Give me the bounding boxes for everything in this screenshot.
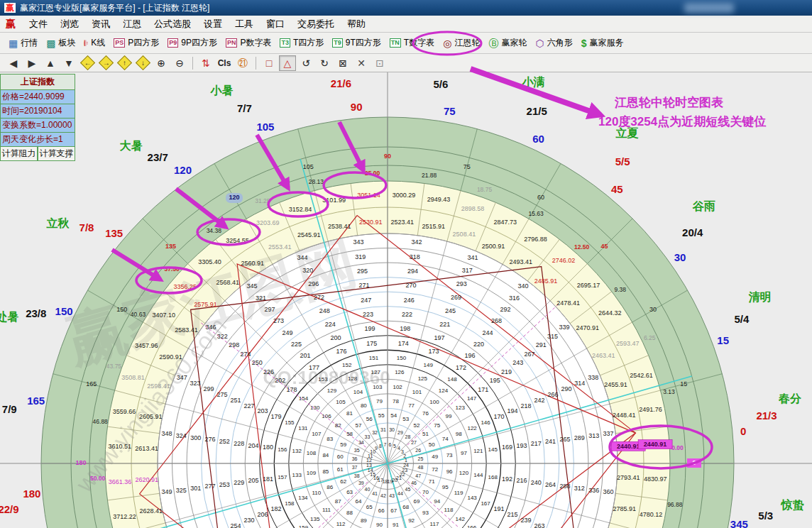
- menu-item-公式选股[interactable]: 公式选股: [148, 17, 197, 31]
- select-box-button[interactable]: ⊠: [334, 55, 351, 71]
- svg-text:40: 40: [365, 487, 371, 492]
- svg-text:15.63: 15.63: [528, 210, 544, 217]
- toolbar-button-P数字表[interactable]: PNP数字表: [221, 35, 276, 51]
- pan-right-button[interactable]: →: [97, 55, 114, 71]
- svg-text:26: 26: [415, 448, 421, 453]
- svg-text:0: 0: [740, 425, 746, 437]
- svg-text:45: 45: [611, 183, 623, 195]
- svg-text:85: 85: [322, 468, 329, 475]
- menu-item-窗口[interactable]: 窗口: [260, 17, 291, 31]
- svg-text:惊蛰: 惊蛰: [780, 498, 804, 512]
- svg-text:2508.41: 2508.41: [453, 231, 476, 238]
- triangle-tool-button[interactable]: △: [279, 55, 296, 71]
- toolbar-button-T数字表[interactable]: TNT数字表: [385, 35, 439, 51]
- menu-item-工具[interactable]: 工具: [229, 17, 260, 31]
- svg-text:169: 169: [502, 444, 512, 451]
- zoom-in-button[interactable]: ⊕: [153, 55, 170, 71]
- toolbar-button-江恩轮[interactable]: ◎江恩轮: [439, 35, 484, 51]
- svg-text:272: 272: [314, 294, 324, 301]
- svg-text:266: 266: [547, 391, 558, 398]
- toolbar-button-赢家服务[interactable]: $赢家服务: [577, 35, 628, 51]
- svg-text:216: 216: [516, 477, 527, 484]
- svg-text:30: 30: [389, 427, 395, 432]
- svg-text:172: 172: [456, 364, 466, 371]
- svg-text:90: 90: [384, 153, 391, 160]
- down-button[interactable]: ▼: [60, 55, 77, 71]
- rotate-ccw-button[interactable]: ↺: [297, 55, 314, 71]
- up-button[interactable]: ▲: [42, 55, 59, 71]
- time-updown-button[interactable]: ⇅: [197, 55, 214, 71]
- menu-item-交易委托[interactable]: 交易委托: [291, 17, 341, 31]
- svg-text:49: 49: [432, 453, 438, 460]
- toolbar-button-9P四方形[interactable]: P99P四方形: [163, 35, 221, 51]
- svg-text:61: 61: [337, 466, 344, 473]
- svg-text:133: 133: [292, 472, 302, 478]
- menu-item-浏览[interactable]: 浏览: [54, 17, 85, 31]
- svg-text:348: 348: [161, 430, 172, 437]
- toolbar-button-板块[interactable]: ▩板块: [42, 35, 79, 51]
- svg-text:2695.17: 2695.17: [577, 282, 600, 289]
- svg-text:2847.73: 2847.73: [493, 219, 517, 226]
- svg-text:3305.40: 3305.40: [198, 258, 221, 265]
- square-tool-button[interactable]: □: [260, 55, 278, 71]
- toolbar-button-9T四方形[interactable]: T99T四方形: [328, 35, 385, 51]
- menu-item-设置[interactable]: 设置: [197, 17, 229, 31]
- svg-text:152: 152: [342, 362, 352, 368]
- toolbar-button-K线[interactable]: 𝄅𝄆K线: [79, 35, 109, 51]
- screen-button[interactable]: ⊡: [371, 55, 388, 71]
- svg-text:249: 249: [282, 329, 292, 336]
- info-panel: 上证指数 价格=2440.9099时间=20190104变换系数=1.00000…: [0, 74, 75, 161]
- toolbar-button-T四方形[interactable]: T3T四方形: [275, 35, 328, 51]
- cls-button[interactable]: Cls: [216, 55, 233, 71]
- svg-text:31: 31: [380, 427, 386, 432]
- toolbar-button-P四方形[interactable]: PSP四方形: [109, 35, 163, 51]
- menu-logo-icon: 赢: [6, 18, 16, 31]
- svg-text:2440.91: 2440.91: [617, 443, 640, 450]
- pan-left-button[interactable]: ←: [79, 55, 96, 71]
- menu-item-帮助[interactable]: 帮助: [341, 17, 372, 31]
- svg-text:109: 109: [307, 470, 317, 476]
- svg-text:21/3: 21/3: [756, 409, 777, 422]
- svg-text:90: 90: [351, 101, 363, 113]
- zoom-out-button[interactable]: ⊖: [171, 55, 188, 71]
- menu-item-资讯[interactable]: 资讯: [85, 17, 116, 31]
- svg-text:81: 81: [346, 410, 353, 417]
- toolbar-label: 六角形: [547, 37, 573, 49]
- rotate-cw-button[interactable]: ↻: [316, 55, 333, 71]
- pan-down-button[interactable]: ↓: [134, 55, 151, 71]
- shrink-button[interactable]: ✕: [353, 55, 370, 71]
- svg-text:18.75: 18.75: [477, 186, 493, 193]
- pan-up-button[interactable]: ↑: [116, 55, 133, 71]
- title-bar: 赢 赢家江恩专业版[赢家服务平台] - [上证指数 江恩轮]: [0, 0, 812, 16]
- svg-text:88: 88: [346, 510, 353, 516]
- button-计算阻力[interactable]: 计算阻力: [0, 147, 38, 161]
- svg-text:清明: 清明: [748, 291, 771, 303]
- svg-text:313: 313: [588, 432, 599, 439]
- prev-button[interactable]: ◀: [5, 55, 22, 71]
- svg-text:3152.84: 3152.84: [289, 206, 312, 213]
- blocks-icon: ▩: [46, 38, 55, 48]
- svg-text:194: 194: [508, 407, 518, 414]
- svg-text:170: 170: [494, 413, 505, 420]
- toolbar-button-六角形[interactable]: ⬡六角形: [531, 35, 576, 51]
- svg-text:296: 296: [308, 280, 319, 287]
- svg-text:180: 180: [75, 459, 86, 466]
- calendar-button[interactable]: ㉑: [234, 55, 251, 71]
- svg-text:317: 317: [462, 267, 473, 274]
- next-button[interactable]: ▶: [23, 55, 40, 71]
- svg-text:2746.02: 2746.02: [552, 257, 576, 264]
- svg-text:76: 76: [422, 410, 429, 417]
- toolbar-button-行情[interactable]: ▦行情: [4, 35, 42, 51]
- svg-text:2605.91: 2605.91: [139, 413, 163, 420]
- toolbar-button-赢家轮[interactable]: Ⓑ赢家轮: [484, 35, 531, 51]
- svg-text:107: 107: [312, 431, 322, 437]
- svg-text:254: 254: [231, 522, 241, 528]
- menu-item-江恩[interactable]: 江恩: [116, 17, 148, 31]
- svg-text:2491.76: 2491.76: [639, 406, 662, 413]
- window-controls[interactable]: [684, 3, 734, 13]
- menu-item-文件[interactable]: 文件: [23, 17, 54, 31]
- chart-area: 赢家江恩网www.yingjia360.comQQ:10080036012345…: [0, 72, 812, 528]
- button-计算支撑[interactable]: 计算支撑: [38, 147, 75, 161]
- svg-text:151: 151: [369, 355, 379, 361]
- svg-text:50: 50: [429, 441, 435, 448]
